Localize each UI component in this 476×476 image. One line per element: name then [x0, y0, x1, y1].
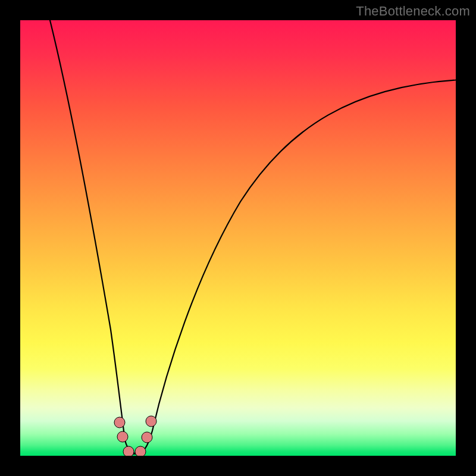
- marker-left-upper: [114, 417, 125, 428]
- chart-frame: TheBottleneck.com: [0, 0, 476, 476]
- marker-right-upper: [146, 416, 156, 427]
- bottleneck-curve: [49, 20, 456, 453]
- curve-layer: [20, 20, 456, 456]
- marker-left-lower: [117, 431, 128, 442]
- marker-mid-left: [123, 446, 134, 456]
- marker-mid-right: [135, 446, 146, 456]
- watermark-text: TheBottleneck.com: [356, 4, 470, 19]
- marker-right-lower: [142, 432, 152, 443]
- marker-group: [114, 416, 156, 456]
- plot-area: [20, 20, 456, 456]
